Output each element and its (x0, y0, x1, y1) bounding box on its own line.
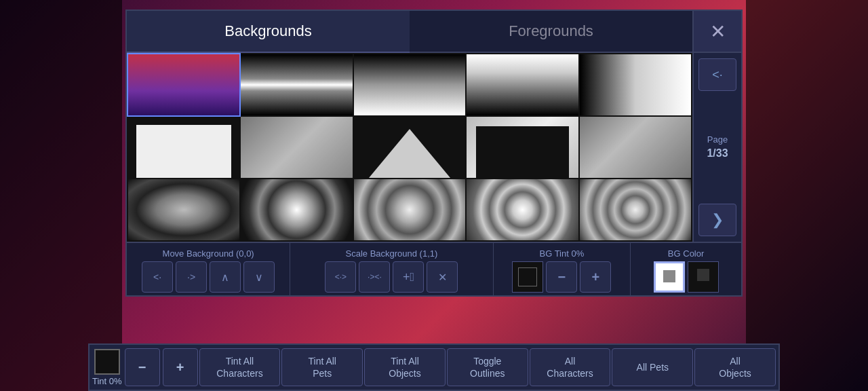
grid-cell-13[interactable] (467, 179, 578, 240)
grid-cell-11[interactable] (241, 179, 352, 240)
white-swatch-button[interactable] (654, 261, 685, 293)
tint-all-pets-button[interactable]: Tint AllPets (281, 348, 363, 386)
scale-compress-button[interactable]: ·><· (359, 261, 390, 293)
tab-foregrounds[interactable]: Foregrounds (410, 11, 692, 53)
bg-color-label: BG Color (663, 246, 709, 261)
all-characters-button[interactable]: AllCharacters (530, 348, 611, 386)
toggle-outlines-button[interactable]: ToggleOutlines (447, 348, 528, 386)
tint-square (512, 261, 543, 293)
move-right-button[interactable]: ·> (176, 261, 207, 293)
grid-cell-14[interactable] (580, 179, 691, 240)
grid-cell-9[interactable] (580, 117, 691, 178)
grid-cell-3[interactable] (467, 54, 578, 115)
scale-btns: <·> ·><· +⃝ ✕ (325, 261, 458, 293)
all-pets-button[interactable]: All Pets (612, 348, 693, 386)
next-page-button[interactable]: ❯ (698, 204, 736, 236)
bg-tint-group: BG Tint 0% − + (494, 243, 631, 295)
scale-x-button[interactable]: ✕ (427, 261, 458, 293)
bottom-minus-button[interactable]: − (125, 348, 160, 386)
bottom-bar: Tint 0% − + Tint AllCharacters Tint AllP… (88, 343, 780, 391)
move-left-button[interactable]: <· (142, 261, 173, 293)
tint-all-characters-button[interactable]: Tint AllCharacters (199, 348, 281, 386)
close-button[interactable]: ✕ (692, 11, 741, 53)
bg-tint-label: BG Tint 0% (534, 246, 590, 261)
tab-backgrounds[interactable]: Backgrounds (127, 11, 410, 53)
move-up-button[interactable]: ∧ (210, 261, 241, 293)
grid-cell-12[interactable] (354, 179, 465, 240)
tint-all-objects-button[interactable]: Tint AllObjects (364, 348, 446, 386)
content-area: <· Page 1/33 ❯ (127, 53, 741, 242)
controls-row: Move Background (0,0) <· ·> ∧ ∨ Scale Ba… (127, 242, 741, 295)
all-objects-button[interactable]: AllObjects (694, 348, 776, 386)
grid-cell-8[interactable] (467, 117, 578, 178)
move-background-group: Move Background (0,0) <· ·> ∧ ∨ (127, 243, 290, 295)
bottom-plus-button[interactable]: + (163, 348, 198, 386)
background-grid (127, 53, 692, 242)
black-swatch-button[interactable] (688, 261, 719, 293)
tint-plus-button[interactable]: + (580, 261, 611, 293)
main-panel: Backgrounds Foregrounds ✕ (125, 10, 743, 297)
bg-color-group: BG Color (631, 243, 741, 295)
grid-cell-10[interactable] (128, 179, 239, 240)
page-info: Page 1/33 (707, 134, 728, 162)
scale-background-group: Scale Background (1,1) <·> ·><· +⃝ ✕ (290, 243, 493, 295)
color-btns (654, 261, 719, 293)
grid-cell-1[interactable] (241, 54, 352, 115)
move-btns: <· ·> ∧ ∨ (142, 261, 275, 293)
scale-horizontal-button[interactable]: <·> (325, 261, 356, 293)
right-sidebar: <· Page 1/33 ❯ (692, 53, 741, 242)
tint-btns: − + (512, 261, 611, 293)
bottom-tint-section: Tint 0% − + (92, 348, 198, 386)
move-background-label: Move Background (0,0) (157, 246, 260, 261)
scale-background-label: Scale Background (1,1) (340, 246, 443, 261)
tab-row: Backgrounds Foregrounds ✕ (127, 11, 741, 53)
move-down-button[interactable]: ∨ (243, 261, 275, 293)
grid-cell-7[interactable] (354, 117, 465, 178)
grid-cell-6[interactable] (241, 117, 352, 178)
prev-page-button[interactable]: <· (698, 58, 736, 91)
grid-cell-5[interactable] (128, 117, 239, 178)
bottom-tint-square: Tint 0% (92, 349, 122, 386)
scale-up-button[interactable]: +⃝ (393, 261, 424, 293)
tint-minus-button[interactable]: − (546, 261, 577, 293)
grid-cell-4[interactable] (580, 54, 691, 115)
grid-cell-2[interactable] (354, 54, 465, 115)
grid-cell-0[interactable] (128, 54, 239, 115)
